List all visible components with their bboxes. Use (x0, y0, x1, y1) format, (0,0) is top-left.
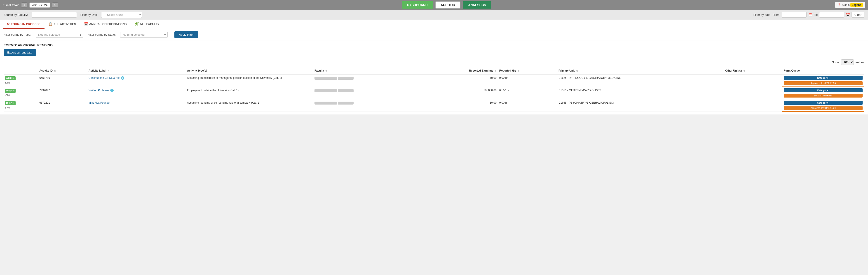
prev-year-btn[interactable]: < (21, 2, 27, 8)
faculty-name-blur2 (338, 89, 353, 92)
filter-unit-select[interactable]: -- Select a unit -- (101, 12, 142, 18)
filter-type-select[interactable]: Nothing selected (36, 32, 83, 38)
from-label: From: (773, 13, 780, 16)
tab-forms-in-process[interactable]: ⚙ FORMS IN PROCESS (3, 20, 44, 29)
tab-annual-certifications-label: ANNUAL CERTIFICATIONS (89, 22, 126, 26)
show-entries-row: Show 100 25 50 entries (4, 59, 864, 65)
form-status-badge[interactable]: Approved To: 06/30/2024 (784, 81, 863, 85)
open-badge[interactable]: OPEN + (5, 89, 16, 93)
open-label: OPEN (6, 90, 12, 92)
col-header-primary-unit[interactable]: Primary Unit ⇅ (557, 67, 724, 74)
export-btn[interactable]: Export current data (4, 49, 36, 56)
dashboard-tab-btn[interactable]: DASHBOARD (402, 1, 433, 8)
tab-annual-certifications[interactable]: 📅 ANNUAL CERTIFICATIONS (80, 20, 131, 29)
faculty-name-blur (314, 77, 337, 80)
tag-count: 🏷 0 (5, 94, 37, 97)
form-queue-cell-2: Category I Approved To: 04/19/2024 (782, 99, 864, 111)
status-legend-btn[interactable]: ❓ Status Legend (835, 2, 865, 8)
auditor-tab-btn[interactable]: AUDITOR (435, 1, 461, 8)
to-label: To: (814, 13, 818, 16)
status-label: Status (842, 3, 849, 6)
sort-reported-hrs[interactable]: ⇅ (518, 70, 520, 72)
activity-type-cell-0: Assuming an executive or managerial posi… (186, 74, 313, 87)
form-queue-inner: Category I Approved To: 04/19/2024 (784, 101, 863, 110)
legend-badge: Legend (850, 3, 863, 7)
from-date-input[interactable] (782, 12, 807, 18)
sort-activity-id[interactable]: ⇅ (54, 70, 56, 72)
other-units-cell-1 (724, 87, 782, 99)
filter-state-select[interactable]: Nothing selected (120, 32, 167, 38)
primary-unit-cell-1: D1553 - MEDICINE-CARDIOLOGY (557, 87, 724, 99)
activity-label-cell-1: Visiting Professori (87, 87, 186, 99)
reported-earnings-cell-2: $0.00 (421, 99, 498, 111)
col-header-activity-types[interactable]: Activity Type(s) (186, 67, 313, 74)
filter-row: Filter Forms by Type: Nothing selected F… (0, 29, 868, 40)
other-units-cell-2 (724, 99, 782, 111)
faculty-name-blur (314, 102, 337, 105)
category-badge[interactable]: Category I (784, 101, 863, 105)
open-label: OPEN (6, 77, 12, 80)
info-icon[interactable]: i (110, 89, 114, 92)
plus-icon: + (13, 102, 14, 105)
tab-all-faculty[interactable]: 🌿 ALL FACULTY (131, 20, 164, 29)
activity-label-link[interactable]: Continue the Co-CEO role (89, 76, 120, 79)
faculty-name-blur2 (338, 102, 353, 105)
col-header-reported-hrs[interactable]: Reported Hrs ⇅ (498, 67, 557, 74)
sort-reported-earnings[interactable]: ⇅ (495, 70, 497, 72)
analytics-tab-btn[interactable]: ANALYTICS (463, 1, 491, 8)
tag-icon: 🏷 (5, 106, 8, 109)
tab-all-activities[interactable]: 📋 ALL ACTIVITIES (44, 20, 80, 29)
other-units-cell-0 (724, 74, 782, 87)
fiscal-year-value: 2023 - 2024 (29, 2, 50, 8)
clear-date-btn[interactable]: Clear (851, 12, 864, 18)
col-header-faculty[interactable]: Faculty ⇅ (313, 67, 421, 74)
sort-activity-label[interactable]: ⇅ (107, 70, 110, 72)
table-row: OPEN + 🏷 0 7439047Visiting ProfessoriEmp… (4, 87, 864, 99)
col-header-activity-id[interactable]: Activity ID ⇅ (38, 67, 87, 74)
filter-type-label: Filter Forms by Type: (4, 33, 31, 36)
entries-select[interactable]: 100 25 50 (841, 59, 854, 65)
tag-icon: 🏷 (5, 94, 8, 97)
reported-earnings-cell-0: $0.00 (421, 74, 498, 87)
sort-faculty[interactable]: ⇅ (325, 70, 327, 72)
tag-count: 🏷 0 (5, 106, 37, 109)
activity-label-link[interactable]: Visiting Professor (89, 89, 110, 92)
to-calendar-icon[interactable]: 📅 (846, 13, 850, 17)
tag-number: 0 (8, 106, 10, 109)
all-activities-icon: 📋 (49, 22, 53, 26)
tag-number: 0 (8, 81, 10, 84)
table-row: OPEN + 🏷 0 6679201MindFlex FounderAssumi… (4, 99, 864, 111)
apply-filter-btn[interactable]: Apply Filter (175, 31, 198, 38)
primary-unit-cell-0: D1625 - PATHOLOGY & LABORATORY MEDICINE (557, 74, 724, 87)
status-icon: ❓ (837, 3, 841, 6)
sort-primary-unit[interactable]: ⇅ (576, 70, 578, 72)
activity-label-link[interactable]: MindFlex Founder (89, 101, 111, 104)
col-header-form-queue: Form/Queue (782, 67, 864, 74)
to-date-input[interactable] (819, 12, 844, 18)
info-icon[interactable]: i (121, 76, 124, 80)
open-badge[interactable]: OPEN + (5, 76, 16, 80)
category-badge[interactable]: Category I (784, 88, 863, 92)
activity-type-cell-1: Employment outside the University (Cat. … (186, 87, 313, 99)
all-faculty-icon: 🌿 (135, 22, 139, 26)
from-calendar-icon[interactable]: 📅 (808, 13, 813, 17)
tag-number: 0 (8, 94, 10, 97)
form-status-badge[interactable]: Approved To: 04/19/2024 (784, 106, 863, 110)
faculty-name-blur (314, 89, 337, 92)
open-badge[interactable]: OPEN + (5, 101, 16, 105)
tab-all-activities-label: ALL ACTIVITIES (54, 22, 76, 26)
plus-icon: + (13, 77, 14, 80)
col-header-activity-label[interactable]: Activity Label ⇅ (87, 67, 186, 74)
sort-other-units[interactable]: ⇅ (743, 70, 745, 72)
col-header-other-units[interactable]: Other Unit(s) ⇅ (724, 67, 782, 74)
activity-type-cell-2: Assuming founding or co-founding role of… (186, 99, 313, 111)
col-header-reported-earnings[interactable]: Reported Earnings ⇅ (421, 67, 498, 74)
search-by-faculty-input[interactable] (32, 12, 77, 18)
form-status-badge[interactable]: Division Reviewer (784, 94, 863, 98)
form-queue-cell-1: Category I Division Reviewer (782, 87, 864, 99)
data-table: Activity ID ⇅ Activity Label ⇅ Activity … (4, 67, 864, 112)
next-year-btn[interactable]: > (52, 2, 58, 8)
activity-id-cell-0: 6558786 (38, 74, 87, 87)
activity-id-cell-1: 7439047 (38, 87, 87, 99)
category-badge[interactable]: Category I (784, 76, 863, 80)
